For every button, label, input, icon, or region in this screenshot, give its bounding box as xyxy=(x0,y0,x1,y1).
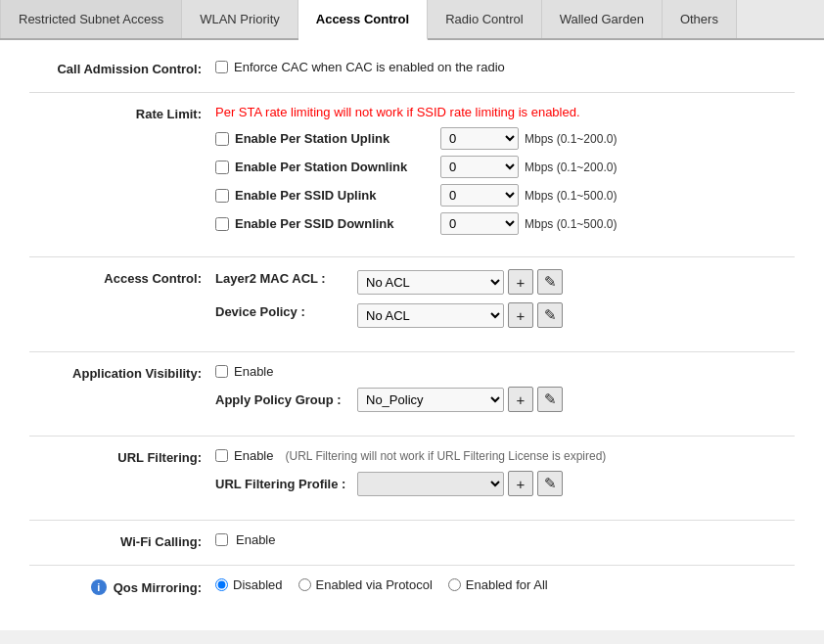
cac-label: Call Admission Control: xyxy=(29,60,215,76)
qos-option-protocol: Enabled via Protocol xyxy=(298,577,433,592)
qos-radio-group: Disabled Enabled via Protocol Enabled fo… xyxy=(215,577,795,592)
qos-label-protocol: Enabled via Protocol xyxy=(316,577,433,592)
app-visibility-content: Enable Apply Policy Group : No_Policy + … xyxy=(215,364,795,420)
qos-radio-protocol[interactable] xyxy=(298,578,311,591)
qos-mirroring-label: i Qos Mirroring: xyxy=(29,577,215,595)
layer2-label: Layer2 MAC ACL : xyxy=(215,271,357,286)
rate-checkbox-3[interactable] xyxy=(215,217,229,231)
url-filtering-checkbox[interactable] xyxy=(215,449,228,462)
url-profile-label: URL Filtering Profile : xyxy=(215,477,357,491)
layer2-acl-row: Layer2 MAC ACL : No ACL + ✎ xyxy=(215,269,795,295)
rate-select-1[interactable]: 01510 xyxy=(440,156,519,178)
qos-label-disabled: Disabled xyxy=(233,577,283,592)
rate-limit-label: Rate Limit: xyxy=(29,105,215,121)
rate-unit-2: Mbps (0.1~500.0) xyxy=(525,189,617,203)
divider-3 xyxy=(29,351,795,352)
cac-checkbox[interactable] xyxy=(215,61,228,73)
url-filtering-content: Enable (URL Filtering will not work if U… xyxy=(215,448,795,504)
url-profile-select[interactable] xyxy=(357,472,504,496)
device-policy-select[interactable]: No ACL xyxy=(357,303,504,328)
rate-unit-1: Mbps (0.1~200.0) xyxy=(525,161,617,174)
tab-bar: Restricted Subnet Access WLAN Priority A… xyxy=(0,0,824,40)
qos-radio-all[interactable] xyxy=(448,578,461,591)
cac-row: Call Admission Control: Enforce CAC when… xyxy=(29,60,795,76)
policy-group-row: Apply Policy Group : No_Policy + ✎ xyxy=(215,387,795,412)
rate-row-3: Enable Per SSID Downlink 01510 Mbps (0.1… xyxy=(215,212,795,235)
qos-label-text: Qos Mirroring: xyxy=(114,580,202,595)
tab-others[interactable]: Others xyxy=(663,0,737,38)
app-visibility-checkbox[interactable] xyxy=(215,365,228,378)
wifi-calling-label: Wi-Fi Calling: xyxy=(29,532,215,549)
rate-limit-content: Per STA rate limiting will not work if S… xyxy=(215,105,795,241)
url-filtering-enable-row: Enable (URL Filtering will not work if U… xyxy=(215,448,795,463)
rate-label-2[interactable]: Enable Per SSID Uplink xyxy=(215,188,440,203)
app-visibility-label: Application Visibility: xyxy=(29,364,215,381)
rate-row-2: Enable Per SSID Uplink 01510 Mbps (0.1~5… xyxy=(215,184,795,207)
policy-group-edit-button[interactable]: ✎ xyxy=(537,387,563,412)
layer2-edit-button[interactable]: ✎ xyxy=(537,269,563,295)
rate-text-2: Enable Per SSID Uplink xyxy=(235,188,377,203)
policy-group-label: Apply Policy Group : xyxy=(215,392,357,407)
tab-radio-control[interactable]: Radio Control xyxy=(428,0,542,38)
policy-group-select[interactable]: No_Policy xyxy=(357,388,504,412)
divider-1 xyxy=(29,92,795,93)
app-visibility-enable-row: Enable xyxy=(215,364,795,379)
tab-access-control[interactable]: Access Control xyxy=(298,0,428,40)
layer2-select[interactable]: No ACL xyxy=(357,270,504,295)
divider-5 xyxy=(29,520,795,521)
device-policy-label: Device Policy : xyxy=(215,304,357,319)
cac-checkbox-text: Enforce CAC when CAC is enabled on the r… xyxy=(234,60,505,74)
access-control-row: Access Control: Layer2 MAC ACL : No ACL … xyxy=(29,269,795,336)
rate-select-3[interactable]: 01510 xyxy=(440,212,519,235)
url-profile-add-button[interactable]: + xyxy=(508,471,533,496)
app-visibility-row: Application Visibility: Enable Apply Pol… xyxy=(29,364,795,420)
rate-label-3[interactable]: Enable Per SSID Downlink xyxy=(215,216,440,231)
qos-option-disabled: Disabled xyxy=(215,577,283,592)
divider-2 xyxy=(29,256,795,257)
rate-label-1[interactable]: Enable Per Station Downlink xyxy=(215,160,440,174)
policy-group-add-button[interactable]: + xyxy=(508,387,533,412)
url-filtering-note: (URL Filtering will not work if URL Filt… xyxy=(285,449,606,463)
divider-6 xyxy=(29,565,795,566)
rate-checkbox-2[interactable] xyxy=(215,189,229,203)
rate-row-1: Enable Per Station Downlink 01510 Mbps (… xyxy=(215,156,795,178)
url-profile-row: URL Filtering Profile : + ✎ xyxy=(215,471,795,496)
rate-select-0[interactable]: 01510 xyxy=(440,127,519,150)
rate-text-0: Enable Per Station Uplink xyxy=(235,131,389,146)
app-visibility-enable-label: Enable xyxy=(234,364,273,379)
url-profile-edit-button[interactable]: ✎ xyxy=(537,471,563,496)
rate-text-3: Enable Per SSID Downlink xyxy=(235,216,394,231)
rate-text-1: Enable Per Station Downlink xyxy=(235,160,407,174)
rate-limit-row: Rate Limit: Per STA rate limiting will n… xyxy=(29,105,795,241)
access-control-label: Access Control: xyxy=(29,269,215,286)
rate-select-2[interactable]: 01510 xyxy=(440,184,519,207)
wifi-calling-row: Wi-Fi Calling: Enable xyxy=(29,532,795,549)
device-policy-row: Device Policy : No ACL + ✎ xyxy=(215,302,795,328)
wifi-calling-checkbox[interactable] xyxy=(215,533,228,546)
access-control-content: Layer2 MAC ACL : No ACL + ✎ Device Polic… xyxy=(215,269,795,336)
qos-radio-disabled[interactable] xyxy=(215,578,228,591)
wifi-calling-content: Enable xyxy=(215,532,795,547)
wifi-calling-enable-label: Enable xyxy=(236,532,275,547)
wifi-calling-enable-row: Enable xyxy=(215,532,795,547)
rate-unit-0: Mbps (0.1~200.0) xyxy=(525,132,617,146)
tab-walled-garden[interactable]: Walled Garden xyxy=(542,0,663,38)
rate-label-0[interactable]: Enable Per Station Uplink xyxy=(215,131,440,146)
cac-checkbox-label[interactable]: Enforce CAC when CAC is enabled on the r… xyxy=(215,60,795,74)
main-content: Call Admission Control: Enforce CAC when… xyxy=(0,40,824,630)
qos-option-all: Enabled for All xyxy=(448,577,548,592)
cac-content: Enforce CAC when CAC is enabled on the r… xyxy=(215,60,795,74)
qos-info-icon[interactable]: i xyxy=(91,579,107,595)
device-policy-add-button[interactable]: + xyxy=(508,302,533,328)
rate-row-0: Enable Per Station Uplink 01510 Mbps (0.… xyxy=(215,127,795,150)
rate-checkbox-0[interactable] xyxy=(215,132,229,146)
tab-wlan-priority[interactable]: WLAN Priority xyxy=(182,0,298,38)
rate-checkbox-1[interactable] xyxy=(215,161,229,174)
divider-4 xyxy=(29,436,795,437)
rate-unit-3: Mbps (0.1~500.0) xyxy=(525,217,617,231)
layer2-add-button[interactable]: + xyxy=(508,269,533,295)
tab-restricted-subnet[interactable]: Restricted Subnet Access xyxy=(0,0,182,38)
rate-limit-warning: Per STA rate limiting will not work if S… xyxy=(215,105,795,119)
device-policy-edit-button[interactable]: ✎ xyxy=(537,302,563,328)
qos-mirroring-row: i Qos Mirroring: Disabled Enabled via Pr… xyxy=(29,577,795,595)
